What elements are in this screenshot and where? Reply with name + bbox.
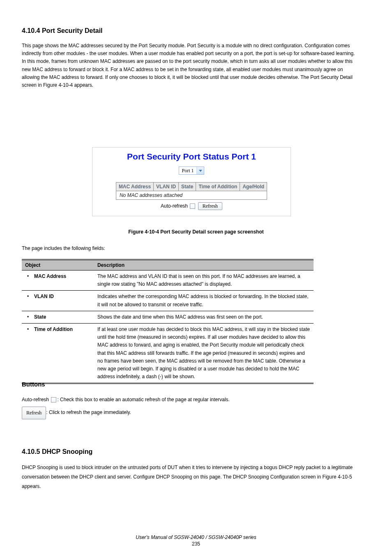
table-row: No MAC addresses attached xyxy=(116,191,267,200)
page-number: 235 xyxy=(0,541,392,547)
table-row: •State Shows the date and time when this… xyxy=(22,311,314,323)
fields-intro: The page includes the following fields: xyxy=(22,245,105,251)
page-footer: User's Manual of SGSW-24040 / SGSW-24040… xyxy=(0,534,392,547)
table-row: •MAC Address The MAC address and VLAN ID… xyxy=(22,271,314,291)
table-row: •Time of Addition If at least one user m… xyxy=(22,323,314,383)
obj-time-of-addition: •Time of Addition xyxy=(22,323,94,383)
panel-controls: Auto-refresh Refresh xyxy=(92,202,291,210)
table-row: •VLAN ID Indicates whether the correspon… xyxy=(22,291,314,311)
table-header-row: MAC Address VLAN ID State Time of Additi… xyxy=(116,183,267,191)
mac-address-table: MAC Address VLAN ID State Time of Additi… xyxy=(116,182,267,200)
object-description-table: Object Description •MAC Address The MAC … xyxy=(22,259,314,384)
col-age-hold: Age/Hold xyxy=(240,183,267,191)
empty-message: No MAC addresses attached xyxy=(116,191,267,200)
hdr-description: Description xyxy=(94,260,314,271)
obj-state: •State xyxy=(22,311,94,323)
auto-refresh-checkbox[interactable] xyxy=(190,204,195,209)
auto-refresh-help: Auto-refresh : Check this box to enable … xyxy=(22,394,230,405)
col-time-of-addition: Time of Addition xyxy=(196,183,240,191)
desc-table-header: Object Description xyxy=(22,260,314,271)
section-heading-4-10-4: 4.10.4 Port Security Detail xyxy=(22,27,103,35)
manual-title: User's Manual of SGSW-24040 / SGSW-24040… xyxy=(0,534,392,540)
desc-state: Shows the date and time when this MAC ad… xyxy=(94,311,314,323)
chevron-down-icon xyxy=(196,167,204,174)
refresh-button[interactable]: Refresh xyxy=(198,202,222,210)
panel-title: Port Security Port Status Port 1 xyxy=(92,152,291,162)
buttons-heading: Buttons xyxy=(22,377,230,391)
port-select[interactable]: Port 1 xyxy=(179,166,204,175)
port-select-value: Port 1 xyxy=(179,167,196,174)
desc-time-of-addition: If at least one user module has decided … xyxy=(94,323,314,383)
refresh-button-icon: Refresh xyxy=(22,407,46,419)
desc-vlan-id: Indicates whether the corresponding MAC … xyxy=(94,291,314,311)
buttons-section: Buttons Auto-refresh : Check this box to… xyxy=(22,377,230,421)
desc-mac-address: The MAC address and VLAN ID that is seen… xyxy=(94,271,314,291)
checkbox-icon xyxy=(51,397,56,402)
obj-vlan-id: •VLAN ID xyxy=(22,291,94,311)
figure-caption: Figure 4-10-4 Port Security Detail scree… xyxy=(0,229,392,235)
section-4-10-4-description: This page shows the MAC addresses secure… xyxy=(22,42,359,89)
port-security-detail-panel: Port Security Port Status Port 1 Port 1 … xyxy=(92,147,291,216)
section-4-10-5-body: DHCP Snooping is used to block intruder … xyxy=(22,463,359,493)
col-vlan-id: VLAN ID xyxy=(154,183,179,191)
auto-refresh-label: Auto-refresh xyxy=(161,203,188,209)
refresh-help: Refresh: Click to refresh the page immed… xyxy=(22,407,230,419)
col-state: State xyxy=(179,183,196,191)
hdr-object: Object xyxy=(22,260,94,271)
obj-mac-address: •MAC Address xyxy=(22,271,94,291)
col-mac-address: MAC Address xyxy=(116,183,153,191)
section-heading-4-10-5: 4.10.5 DHCP Snooping xyxy=(22,448,92,456)
